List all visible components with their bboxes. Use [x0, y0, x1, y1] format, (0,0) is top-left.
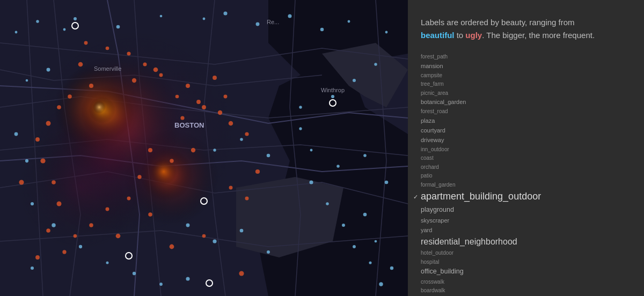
list-item: crosswalk — [421, 278, 631, 286]
label-text[interactable]: skyscraper — [421, 216, 449, 225]
list-item: picnic_area — [421, 89, 631, 98]
label-text[interactable]: forest_path — [421, 53, 448, 61]
legend-beautiful: beautiful — [421, 31, 455, 40]
legend-to: to — [457, 31, 466, 40]
label-text[interactable]: coast — [421, 154, 434, 162]
list-item: skyscraper — [421, 216, 631, 225]
list-item: driveway — [421, 136, 631, 145]
list-item: yard — [421, 226, 631, 235]
label-text[interactable]: playground — [421, 205, 454, 215]
list-item: residential_neighborhood — [421, 235, 631, 249]
label-text[interactable]: boardwalk — [421, 286, 445, 295]
list-item: hotel_outdoor — [421, 249, 631, 257]
label-text[interactable]: botanical_garden — [421, 98, 466, 107]
label-text[interactable]: hotel_outdoor — [421, 249, 453, 257]
label-text[interactable]: orchard — [421, 163, 439, 172]
label-text[interactable]: inn_outdoor — [421, 145, 449, 154]
label-text[interactable]: formal_garden — [421, 181, 455, 189]
legend-intro: Labels are ordered by beauty, ranging fr… — [421, 18, 575, 27]
label-text[interactable]: hospital — [421, 258, 439, 267]
label-text[interactable]: campsite — [421, 71, 442, 80]
list-item: botanical_garden — [421, 98, 631, 107]
list-item: hospital — [421, 258, 631, 267]
label-text[interactable]: courtyard — [421, 126, 445, 135]
legend-ugly: ugly — [465, 31, 482, 40]
label-text[interactable]: patio — [421, 172, 433, 180]
list-item: formal_garden — [421, 181, 631, 189]
label-text[interactable]: driveway — [421, 136, 444, 145]
legend-description: Labels are ordered by beauty, ranging fr… — [421, 16, 631, 42]
label-text[interactable]: residential_neighborhood — [421, 235, 517, 249]
label-text[interactable]: picnic_area — [421, 89, 448, 98]
right-panel: Labels are ordered by beauty, ranging fr… — [408, 0, 644, 296]
list-item: inn_outdoor — [421, 145, 631, 154]
list-item: patio — [421, 172, 631, 180]
list-item: office_building — [421, 267, 631, 277]
list-item: campsite — [421, 71, 631, 80]
label-text[interactable]: apartment_building_outdoor — [421, 189, 541, 204]
list-item: tree_farm — [421, 80, 631, 88]
label-text[interactable]: plaza — [421, 116, 435, 125]
label-text[interactable]: crosswalk — [421, 278, 444, 286]
list-item: forest_path — [421, 53, 631, 61]
label-text[interactable]: office_building — [421, 267, 464, 277]
list-item: boardwalk — [421, 286, 631, 295]
list-item: mansion — [421, 62, 631, 71]
list-item: orchard — [421, 163, 631, 172]
list-item: forest_road — [421, 107, 631, 116]
list-item: courtyard — [421, 126, 631, 135]
label-text[interactable]: mansion — [421, 62, 443, 71]
list-item: playground — [421, 205, 631, 215]
map-canvas — [0, 0, 408, 296]
label-text[interactable]: forest_road — [421, 107, 448, 116]
map-section — [0, 0, 408, 296]
label-text[interactable]: tree_farm — [421, 80, 444, 88]
list-item: plaza — [421, 116, 631, 125]
list-item: ✓apartment_building_outdoor — [421, 189, 631, 204]
legend-suffix: . The bigger, the more frequent. — [482, 31, 595, 40]
labels-list: forest_pathmansioncampsitetree_farmpicni… — [421, 53, 631, 296]
label-text[interactable]: yard — [421, 226, 432, 235]
checkmark-icon: ✓ — [413, 193, 418, 202]
list-item: coast — [421, 154, 631, 162]
